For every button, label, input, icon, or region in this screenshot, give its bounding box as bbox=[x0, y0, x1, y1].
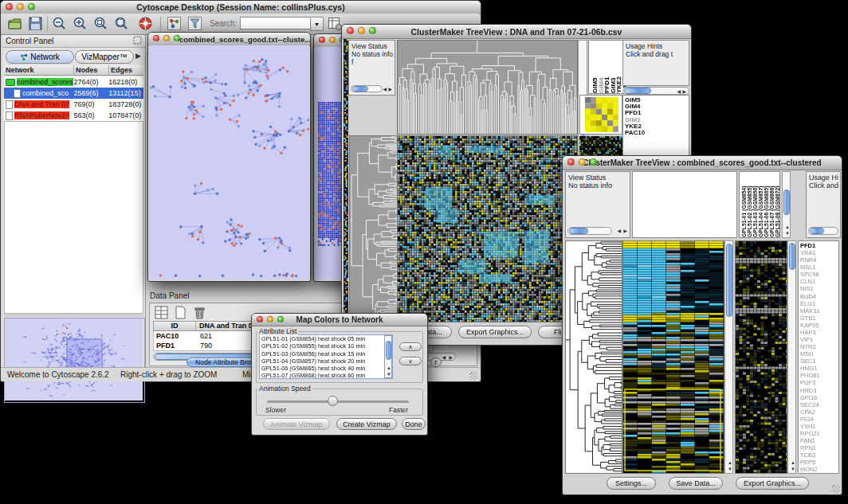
treeview2-titlebar[interactable]: ClusterMaker TreeView : combined_scores_… bbox=[563, 156, 842, 170]
gene-label[interactable]: SEC24 bbox=[799, 401, 838, 408]
gene-label[interactable]: MON2 bbox=[799, 466, 838, 473]
zoom-button[interactable] bbox=[277, 316, 284, 322]
float-panel-icon[interactable] bbox=[133, 36, 142, 46]
table-view-icon[interactable] bbox=[155, 306, 168, 319]
tv1-hints-scrollbar[interactable]: ◀ ▶ bbox=[622, 87, 689, 95]
resize-grip[interactable] bbox=[469, 372, 477, 380]
close-button[interactable] bbox=[257, 316, 263, 322]
minimize-button[interactable] bbox=[579, 158, 586, 166]
network-graph[interactable] bbox=[149, 45, 309, 279]
map-dialog-titlebar[interactable]: Map Colors to Network bbox=[252, 314, 427, 326]
tv2-settings-button[interactable]: Settings... bbox=[607, 477, 656, 490]
network-overview[interactable] bbox=[4, 318, 145, 403]
gene-label[interactable]: HAP3 bbox=[799, 329, 838, 336]
minimize-button[interactable] bbox=[329, 37, 336, 43]
search-dropdown-button[interactable]: ▼ bbox=[310, 17, 324, 31]
minimize-button[interactable] bbox=[163, 35, 170, 41]
tv2-column-label[interactable]: GPL51-02 (GSM855) bbox=[747, 172, 752, 237]
tv2-column-label[interactable]: GPL51-03 (GSM856) bbox=[752, 172, 758, 237]
animate-vizmap-button[interactable]: Animate Vizmap bbox=[263, 418, 330, 430]
close-button[interactable] bbox=[567, 158, 575, 166]
tv1-status-scroll-thumb[interactable] bbox=[352, 86, 368, 92]
gene-label[interactable]: PFD1 bbox=[799, 242, 838, 249]
tv1-column-label[interactable]: PFD1 bbox=[603, 41, 610, 93]
gene-label[interactable]: BUD4 bbox=[799, 293, 838, 300]
scroll-left-icon[interactable]: ◀ bbox=[383, 87, 387, 92]
move-up-button[interactable]: ∧ bbox=[399, 342, 422, 351]
tv2-hints-scroll-thumb[interactable] bbox=[810, 228, 824, 234]
tv2-subheatmap[interactable] bbox=[735, 240, 787, 474]
tv2-export-graphics-button[interactable]: Export Graphics... bbox=[736, 477, 809, 490]
gene-label[interactable]: YSH1 bbox=[799, 423, 838, 430]
gene-label[interactable]: SPC98 bbox=[799, 271, 838, 278]
attribute-scroll-thumb[interactable] bbox=[386, 341, 391, 360]
tv1-export-graphics-button[interactable]: Export Graphics... bbox=[458, 326, 532, 338]
tv1-column-label[interactable]: GIM4 bbox=[598, 41, 604, 93]
tv2-status-scrollbar[interactable] bbox=[567, 227, 612, 235]
gene-label[interactable]: VIP1 bbox=[799, 336, 838, 343]
gene-label[interactable]: TCB3 bbox=[799, 451, 838, 459]
animation-slider-track[interactable] bbox=[267, 400, 409, 403]
network2-graph[interactable] bbox=[317, 101, 343, 246]
attribute-item[interactable]: GPL51-01 (GSM854) heat shock 05 min bbox=[260, 335, 392, 342]
tv2-column-label[interactable]: GPL51-07 (GSM868) bbox=[769, 172, 775, 237]
gene-label[interactable]: GTB1 bbox=[799, 315, 838, 322]
zoom-selected-icon[interactable] bbox=[93, 16, 108, 31]
tv1-hints-scroll-thumb[interactable] bbox=[624, 88, 651, 94]
attribute-item[interactable]: GPL51-06 (GSM865) heat shock 40 min bbox=[260, 365, 392, 372]
network-table-row[interactable]: RNAPuberNov2+ 563(0) 107847(0) bbox=[4, 110, 143, 121]
scroll-up-icon[interactable]: ▲ bbox=[728, 460, 732, 465]
attribute-list-scrollbar[interactable]: ▲ ▼ bbox=[384, 335, 392, 378]
filter-icon[interactable] bbox=[187, 16, 202, 31]
zoom-button[interactable] bbox=[174, 35, 180, 41]
tv2-vscroll-thumb[interactable] bbox=[726, 244, 732, 317]
gene-label[interactable]: MSI1 bbox=[799, 350, 838, 357]
tab-vizmapper[interactable]: VizMapper™ bbox=[75, 50, 134, 64]
tv2-hints-scrollbar[interactable] bbox=[808, 227, 838, 235]
minimize-button[interactable] bbox=[267, 316, 273, 322]
zoom-button[interactable] bbox=[590, 158, 597, 166]
tv1-status-scrollbar[interactable] bbox=[351, 85, 383, 92]
gene-label[interactable]: PAN1 bbox=[799, 437, 838, 444]
attribute-list[interactable]: GPL51-01 (GSM854) heat shock 05 minGPL51… bbox=[259, 334, 393, 379]
tab-more-button[interactable]: ▶ bbox=[135, 52, 141, 60]
gene-label[interactable]: NTR2 bbox=[799, 343, 838, 350]
tv2-column-label[interactable]: GPL51-06 (GSM865) bbox=[764, 172, 769, 237]
open-folder-icon[interactable] bbox=[7, 16, 22, 31]
save-icon[interactable] bbox=[28, 16, 43, 31]
tv2-labels-scroll-thumb[interactable] bbox=[783, 189, 790, 215]
tv2-sub-scroll-thumb[interactable] bbox=[789, 243, 795, 270]
tv2-column-label[interactable]: GPL51-04 (GSM857) bbox=[758, 172, 764, 237]
tv2-heatmap[interactable] bbox=[622, 240, 724, 474]
gene-label[interactable]: KAP95 bbox=[799, 322, 838, 329]
attribute-item[interactable]: GPL51-03 (GSM856) heat shock 15 min bbox=[260, 350, 392, 357]
tv1-yellow-submatrix[interactable] bbox=[585, 97, 618, 132]
gene-label[interactable]: FIG4 bbox=[799, 416, 838, 423]
help-lifering-icon[interactable] bbox=[138, 16, 153, 31]
gene-label[interactable]: RPN1 bbox=[799, 444, 838, 451]
scroll-down-icon[interactable]: ▼ bbox=[387, 372, 391, 377]
tv1-column-label[interactable]: YKE2 bbox=[615, 41, 622, 93]
scroll-right-icon[interactable]: ▶ bbox=[682, 89, 686, 94]
resize-grip[interactable] bbox=[832, 485, 840, 493]
close-button[interactable] bbox=[319, 37, 325, 43]
network-modify-icon[interactable] bbox=[167, 16, 182, 31]
tv2-column-label[interactable]: GPL51-08 (GSM872) bbox=[775, 172, 780, 237]
scroll-down-icon[interactable]: ▼ bbox=[791, 467, 795, 471]
scroll-right-icon[interactable]: ▶ bbox=[623, 229, 627, 233]
tv2-save-data-button[interactable]: Save Data... bbox=[669, 477, 723, 490]
gene-label[interactable]: MAK31 bbox=[799, 307, 838, 315]
gene-label[interactable]: GPI16 bbox=[799, 394, 838, 401]
gene-label[interactable]: YRA1 bbox=[799, 249, 838, 256]
zoom-out-icon[interactable] bbox=[52, 16, 67, 31]
close-button[interactable] bbox=[6, 3, 13, 10]
network-overview-canvas[interactable] bbox=[5, 318, 143, 400]
tv2-status-scroll-thumb[interactable] bbox=[569, 228, 588, 234]
tv1-heatmap[interactable] bbox=[397, 135, 578, 322]
attribute-item[interactable]: GPL51-04 (GSM857) heat shock 20 min bbox=[260, 357, 392, 365]
gene-label[interactable]: RPO21 bbox=[799, 430, 838, 437]
gene-label[interactable]: SEC1 bbox=[799, 357, 838, 365]
scroll-left-icon[interactable]: ◀ bbox=[617, 229, 621, 233]
minimize-button[interactable] bbox=[17, 3, 24, 10]
gene-label[interactable]: PUF3 bbox=[799, 379, 838, 386]
